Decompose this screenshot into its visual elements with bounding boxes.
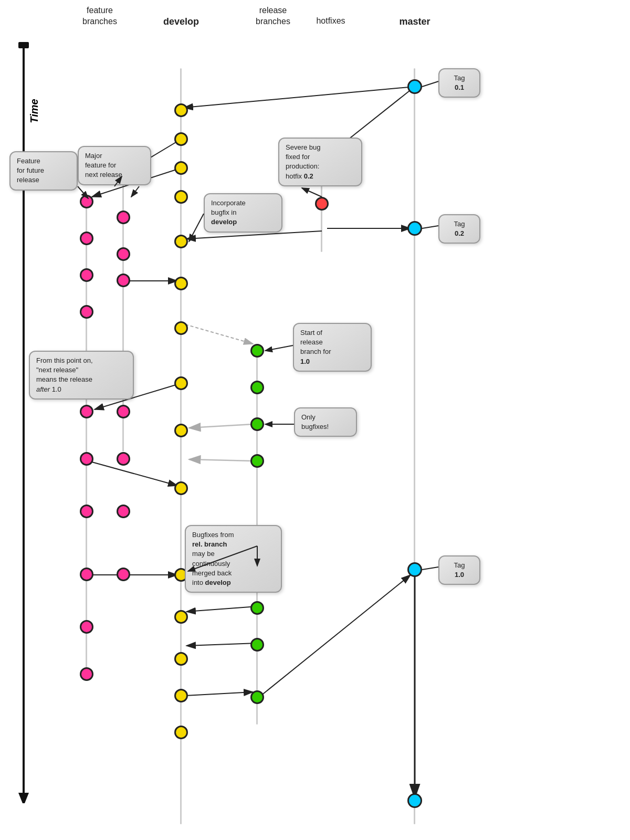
svg-line-33 bbox=[302, 188, 322, 197]
master-branch-line bbox=[414, 68, 415, 824]
feature1-node-8 bbox=[80, 568, 93, 581]
develop-node-9 bbox=[174, 424, 188, 437]
feature1-node-5 bbox=[80, 405, 93, 418]
develop-node-10 bbox=[174, 481, 188, 495]
tag-02: Tag0.2 bbox=[438, 214, 480, 244]
develop-node-3 bbox=[174, 161, 188, 175]
release-node-8 bbox=[250, 690, 264, 704]
callout-incorporate: Incorporatebugfix indevelop bbox=[204, 193, 282, 233]
callout-feature-future: Featurefor futurerelease bbox=[9, 151, 78, 191]
feature1-node-9 bbox=[80, 620, 93, 634]
feature1-node-10 bbox=[80, 667, 93, 681]
feature1-node-7 bbox=[80, 505, 93, 518]
release-node-2 bbox=[250, 381, 264, 394]
svg-line-24 bbox=[422, 81, 438, 87]
callout-severe-bug: Severe bugfixed forproduction:hotfix 0.2 bbox=[278, 138, 362, 186]
callout-start-release: Start ofreleasebranch for1.0 bbox=[293, 323, 372, 372]
svg-line-35 bbox=[189, 214, 204, 242]
develop-node-2 bbox=[174, 132, 188, 146]
callout-bugfixes-rel: Bugfixes fromrel. branchmay becontinuous… bbox=[185, 525, 282, 593]
header-master: master bbox=[394, 16, 436, 28]
develop-node-8 bbox=[174, 376, 188, 390]
feature1-node-2 bbox=[80, 232, 93, 245]
develop-node-4 bbox=[174, 190, 188, 204]
svg-line-15 bbox=[189, 459, 253, 461]
header-release-branches: releasebranches bbox=[242, 5, 304, 27]
develop-branch-line bbox=[180, 68, 182, 824]
release-node-6 bbox=[250, 601, 264, 615]
feature2-node-7 bbox=[117, 505, 130, 518]
svg-line-5 bbox=[184, 87, 415, 108]
svg-rect-1 bbox=[18, 42, 29, 48]
header-hotfixes: hotfixes bbox=[310, 16, 352, 27]
svg-line-22 bbox=[185, 692, 253, 696]
svg-marker-2 bbox=[18, 793, 29, 803]
feature2-node-8 bbox=[117, 568, 130, 581]
tag-01: Tag0.1 bbox=[438, 68, 480, 98]
master-node-bottom bbox=[407, 793, 422, 808]
feature2-node-6 bbox=[117, 452, 130, 466]
feature1-node-4 bbox=[80, 305, 93, 319]
develop-node-15 bbox=[174, 726, 188, 739]
master-node-02 bbox=[407, 221, 422, 236]
svg-line-17 bbox=[186, 606, 257, 612]
develop-node-7 bbox=[174, 321, 188, 335]
hotfix-node-1 bbox=[315, 197, 329, 211]
release-node-4 bbox=[250, 454, 264, 468]
feature2-node-3 bbox=[117, 247, 130, 261]
release-node-1 bbox=[250, 344, 264, 358]
feature1-node-6 bbox=[80, 452, 93, 466]
feature2-node-4 bbox=[117, 274, 130, 287]
header-develop: develop bbox=[160, 16, 202, 28]
svg-line-14 bbox=[189, 424, 253, 428]
master-node-01 bbox=[407, 79, 422, 94]
develop-node-14 bbox=[174, 689, 188, 702]
release-node-3 bbox=[250, 417, 264, 431]
svg-line-19 bbox=[261, 575, 411, 696]
develop-node-13 bbox=[174, 652, 188, 666]
svg-line-18 bbox=[186, 643, 257, 646]
develop-node-1 bbox=[174, 103, 188, 117]
feature1-node-1 bbox=[80, 195, 93, 208]
develop-node-5 bbox=[174, 235, 188, 248]
svg-line-13 bbox=[185, 324, 253, 344]
svg-line-37 bbox=[265, 345, 293, 351]
svg-line-25 bbox=[422, 226, 438, 228]
release-node-7 bbox=[250, 638, 264, 652]
svg-line-26 bbox=[422, 567, 438, 570]
callout-from-this-point: From this point on,"next release"means t… bbox=[29, 351, 134, 400]
tag-10: Tag1.0 bbox=[438, 555, 480, 585]
header-feature-branches: featurebranches bbox=[68, 5, 131, 27]
svg-line-21 bbox=[92, 462, 177, 486]
develop-node-12 bbox=[174, 610, 188, 624]
feature2-node-2 bbox=[117, 211, 130, 224]
feature1-node-3 bbox=[80, 268, 93, 282]
develop-node-6 bbox=[174, 277, 188, 290]
callout-only-bugfixes: Onlybugfixes! bbox=[294, 407, 357, 437]
svg-line-31 bbox=[131, 186, 139, 197]
master-node-10 bbox=[407, 562, 422, 577]
callout-major-feature: Majorfeature fornext release bbox=[78, 146, 151, 185]
feature2-node-5 bbox=[117, 405, 130, 418]
git-flow-diagram: featurebranches develop releasebranches … bbox=[0, 0, 630, 840]
